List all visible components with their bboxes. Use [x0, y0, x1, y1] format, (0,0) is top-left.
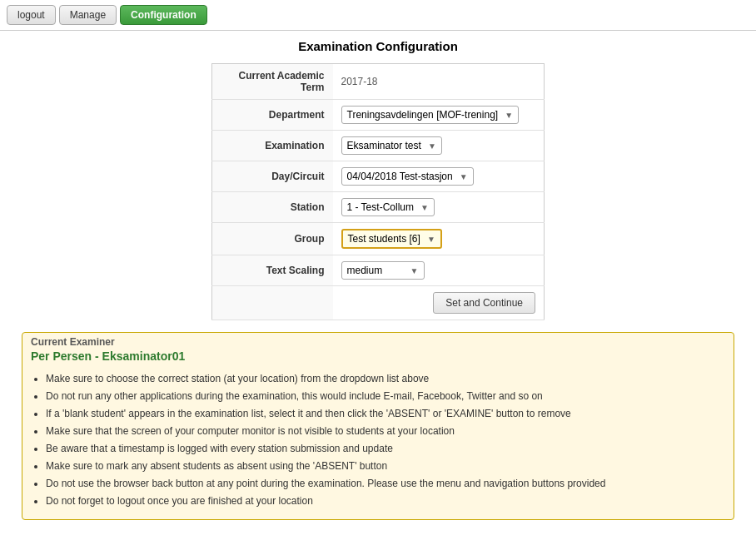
examiner-section-label: Current Examiner [22, 333, 734, 348]
day-circuit-dropdown-value: 04/04/2018 Test-stasjon [347, 171, 453, 182]
examiner-bullet-item: If a 'blank student' appears in the exam… [46, 406, 725, 421]
department-dropdown[interactable]: Treningsavdelingen [MOF-trening] ▼ [341, 106, 520, 124]
examiner-bullet-item: Be aware that a timestamp is logged with… [46, 441, 725, 456]
examiner-bullet-item: Make sure that the screen of your comput… [46, 424, 725, 439]
day-circuit-row: Day/Circuit 04/04/2018 Test-stasjon ▼ [212, 161, 545, 192]
examination-label: Examination [212, 131, 333, 161]
station-cell: 1 - Test-Collum ▼ [333, 192, 545, 223]
top-nav: logout Manage Configuration [0, 0, 756, 31]
department-dropdown-value: Treningsavdelingen [MOF-trening] [347, 109, 499, 121]
examination-row: Examination Eksaminator test ▼ [212, 131, 545, 161]
department-cell: Treningsavdelingen [MOF-trening] ▼ [333, 100, 545, 131]
examiner-bullet-item: Make sure to mark any absent students as… [46, 458, 725, 473]
academic-term-value: 2017-18 [333, 64, 545, 100]
examiner-name: Per Persen - Eksaminator01 [22, 348, 734, 368]
station-label: Station [212, 192, 333, 223]
station-dropdown-value: 1 - Test-Collum [347, 201, 414, 213]
station-dropdown[interactable]: 1 - Test-Collum ▼ [341, 198, 435, 216]
empty-cell [212, 286, 333, 320]
examiner-bullet-item: Do not use the browser back button at an… [46, 476, 725, 491]
set-continue-button[interactable]: Set and Continue [433, 292, 535, 314]
group-dropdown-value: Test students [6] [348, 233, 420, 245]
day-circuit-label: Day/Circuit [212, 161, 333, 192]
examiner-bullet-item: Do not run any other applications during… [46, 389, 725, 404]
examiner-bullet-item: Do not forget to logout once you are fin… [46, 493, 725, 508]
config-table: Current Academic Term 2017-18 Department… [211, 63, 545, 320]
text-scaling-label: Text Scaling [212, 255, 333, 286]
page-title: Examination Configuration [17, 39, 739, 53]
academic-term-row: Current Academic Term 2017-18 [212, 64, 545, 100]
text-scaling-row: Text Scaling medium ▼ [212, 255, 545, 286]
examiner-bullet-item: Make sure to choose the correct station … [46, 371, 725, 386]
department-row: Department Treningsavdelingen [MOF-treni… [212, 100, 545, 131]
main-content: Examination Configuration Current Academ… [0, 31, 756, 533]
group-row: Group Test students [6] ▼ [212, 223, 545, 255]
academic-term-label: Current Academic Term [212, 64, 333, 100]
chevron-down-icon: ▼ [404, 266, 419, 275]
examination-dropdown[interactable]: Eksaminator test ▼ [341, 136, 442, 155]
configuration-button[interactable]: Configuration [120, 5, 207, 25]
text-scaling-dropdown[interactable]: medium ▼ [341, 261, 425, 280]
text-scaling-cell: medium ▼ [333, 255, 545, 286]
examination-cell: Eksaminator test ▼ [333, 131, 545, 161]
logout-button[interactable]: logout [7, 5, 56, 25]
chevron-down-icon: ▼ [421, 141, 436, 151]
button-row: Set and Continue [212, 286, 545, 320]
chevron-down-icon: ▼ [498, 111, 513, 120]
group-cell: Test students [6] ▼ [333, 223, 545, 255]
station-row: Station 1 - Test-Collum ▼ [212, 192, 545, 223]
chevron-down-icon: ▼ [414, 203, 429, 212]
examiner-section: Current Examiner Per Persen - Eksaminato… [22, 332, 734, 520]
button-cell: Set and Continue [333, 286, 545, 320]
group-label: Group [212, 223, 333, 255]
examiner-bullets-list: Make sure to choose the correct station … [22, 368, 734, 519]
chevron-down-icon: ▼ [420, 235, 435, 244]
group-dropdown[interactable]: Test students [6] ▼ [341, 229, 442, 249]
day-circuit-dropdown[interactable]: 04/04/2018 Test-stasjon ▼ [341, 167, 474, 186]
examination-dropdown-value: Eksaminator test [347, 140, 421, 151]
day-circuit-cell: 04/04/2018 Test-stasjon ▼ [333, 161, 545, 192]
manage-button[interactable]: Manage [59, 5, 117, 25]
chevron-down-icon: ▼ [453, 172, 468, 181]
text-scaling-dropdown-value: medium [347, 265, 383, 276]
department-label: Department [212, 100, 333, 131]
